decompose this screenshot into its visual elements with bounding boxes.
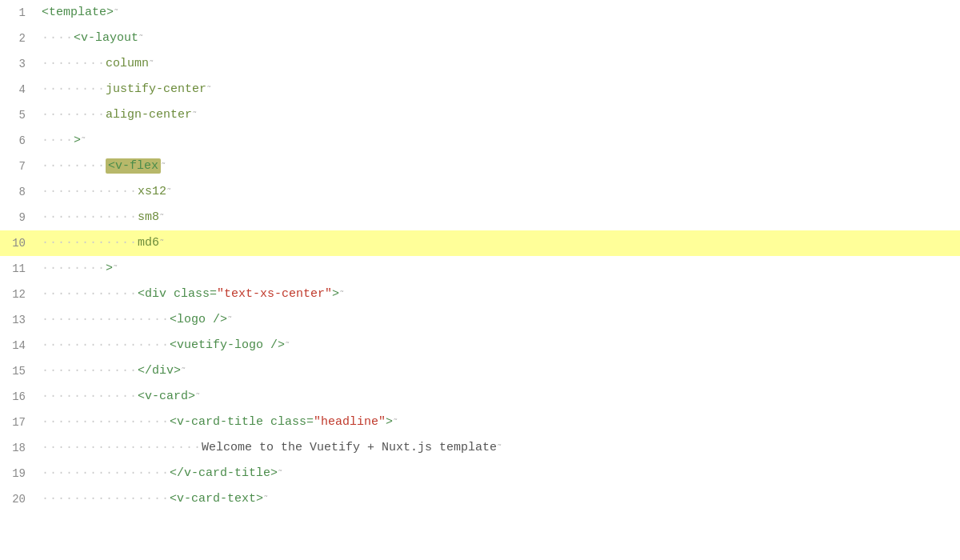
line-trail: ˜ bbox=[192, 110, 198, 120]
indent-dots: ················ bbox=[42, 338, 170, 352]
code-line-6: 6····>˜ bbox=[0, 128, 960, 154]
indent-dots: ············ bbox=[42, 185, 138, 198]
line-number: 8 bbox=[0, 179, 38, 205]
line-trail: ˜ bbox=[161, 162, 166, 171]
line-trail: ˜ bbox=[181, 366, 186, 376]
token-attr: column bbox=[106, 57, 149, 70]
line-trail: ˜ bbox=[113, 264, 118, 274]
line-trail: ˜ bbox=[263, 494, 269, 504]
indent-dots: ········ bbox=[42, 262, 106, 275]
line-number: 2 bbox=[0, 26, 38, 51]
line-content: ········<v-flex˜ bbox=[38, 154, 960, 179]
line-trail: ˜ bbox=[227, 315, 233, 325]
indent-dots: ···· bbox=[42, 31, 74, 45]
line-trail: ˜ bbox=[497, 443, 502, 453]
code-line-9: 9············sm8˜ bbox=[0, 205, 960, 230]
code-line-12: 12············<div class="text-xs-center… bbox=[0, 282, 960, 307]
token-tag: <vuetify-logo /> bbox=[170, 338, 285, 352]
token-attr: align-center bbox=[106, 108, 192, 122]
line-trail: ˜ bbox=[278, 469, 283, 478]
token-text: Welcome to the Vuetify + Nuxt.js templat… bbox=[202, 441, 497, 454]
line-content: ············md6˜ bbox=[38, 230, 960, 256]
line-number: 5 bbox=[0, 102, 38, 128]
indent-dots: ············ bbox=[42, 390, 138, 403]
line-number: 3 bbox=[0, 51, 38, 77]
line-trail: ˜ bbox=[393, 418, 398, 427]
line-trail: ˜ bbox=[166, 187, 172, 197]
indent-dots: ············ bbox=[42, 364, 138, 378]
line-number: 15 bbox=[0, 358, 38, 384]
line-content: ················<v-card-text>˜ bbox=[38, 486, 960, 512]
line-trail: ˜ bbox=[81, 136, 86, 146]
line-number: 16 bbox=[0, 384, 38, 410]
token-tag: > bbox=[74, 134, 81, 147]
code-line-8: 8············xs12˜ bbox=[0, 179, 960, 205]
line-number: 19 bbox=[0, 461, 38, 486]
line-number: 6 bbox=[0, 128, 38, 154]
line-number: 13 bbox=[0, 307, 38, 333]
indent-dots: ········ bbox=[42, 159, 106, 173]
token-attr: xs12 bbox=[138, 185, 166, 198]
indent-dots: ···················· bbox=[42, 441, 202, 454]
code-line-14: 14················<vuetify-logo />˜ bbox=[0, 333, 960, 358]
indent-dots: ········ bbox=[42, 82, 106, 96]
code-line-10: 10············md6˜ bbox=[0, 230, 960, 256]
line-content: ····················Welcome to the Vueti… bbox=[38, 435, 960, 461]
code-line-1: 1<template>˜ bbox=[0, 0, 960, 26]
code-line-5: 5········align-center˜ bbox=[0, 102, 960, 128]
highlight-span: <v-flex bbox=[106, 158, 161, 174]
line-content: <template>˜ bbox=[38, 0, 960, 26]
line-number: 11 bbox=[0, 256, 38, 282]
line-content: ················<logo />˜ bbox=[38, 307, 960, 333]
token-tag: </v-card-title> bbox=[170, 466, 278, 480]
token-tag: <v-card-text> bbox=[170, 492, 263, 506]
line-content: ····<v-layout˜ bbox=[38, 26, 960, 51]
token-tag: <v-card> bbox=[138, 390, 195, 403]
code-lines: 1<template>˜2····<v-layout˜3········colu… bbox=[0, 0, 960, 512]
code-line-13: 13················<logo />˜ bbox=[0, 307, 960, 333]
line-number: 12 bbox=[0, 282, 38, 307]
code-line-11: 11········>˜ bbox=[0, 256, 960, 282]
line-trail: ˜ bbox=[159, 213, 165, 222]
line-trail: ˜ bbox=[159, 238, 165, 248]
line-number: 14 bbox=[0, 333, 38, 358]
line-trail: ˜ bbox=[195, 392, 201, 402]
line-trail: ˜ bbox=[138, 34, 144, 43]
token-tag: <v-layout bbox=[74, 31, 138, 45]
line-number: 18 bbox=[0, 435, 38, 461]
code-line-4: 4········justify-center˜ bbox=[0, 77, 960, 102]
token-attr: sm8 bbox=[138, 210, 159, 224]
line-number: 9 bbox=[0, 205, 38, 230]
token-attr: md6 bbox=[138, 236, 159, 250]
token-tag: > bbox=[386, 415, 393, 429]
token-tag: <div bbox=[138, 287, 174, 301]
indent-dots: ············ bbox=[42, 210, 138, 224]
line-content: ················<vuetify-logo />˜ bbox=[38, 333, 960, 358]
token-tag: <logo /> bbox=[170, 313, 227, 326]
line-content: ············sm8˜ bbox=[38, 205, 960, 230]
code-line-2: 2····<v-layout˜ bbox=[0, 26, 960, 51]
code-line-16: 16············<v-card>˜ bbox=[0, 384, 960, 410]
code-line-19: 19················</v-card-title>˜ bbox=[0, 461, 960, 486]
line-content: ········>˜ bbox=[38, 256, 960, 282]
line-trail: ˜ bbox=[114, 8, 119, 18]
token-string: "text-xs-center" bbox=[217, 287, 332, 301]
line-content: ················<v-card-title class="hea… bbox=[38, 410, 960, 435]
line-trail: ˜ bbox=[149, 59, 154, 69]
indent-dots: ················ bbox=[42, 415, 170, 429]
line-content: ····>˜ bbox=[38, 128, 960, 154]
code-line-7: 7········<v-flex˜ bbox=[0, 154, 960, 179]
line-content: ············<div class="text-xs-center">… bbox=[38, 282, 960, 307]
line-content: ················</v-card-title>˜ bbox=[38, 461, 960, 486]
line-content: ········align-center˜ bbox=[38, 102, 960, 128]
code-line-3: 3········column˜ bbox=[0, 51, 960, 77]
line-content: ········justify-center˜ bbox=[38, 77, 960, 102]
token-tag: <v-card-title bbox=[170, 415, 270, 429]
line-number: 17 bbox=[0, 410, 38, 435]
code-line-15: 15············</div>˜ bbox=[0, 358, 960, 384]
token-attr-name: class= bbox=[174, 287, 217, 301]
token-attr-name: class= bbox=[270, 415, 314, 429]
indent-dots: ········ bbox=[42, 57, 106, 70]
token-string: "headline" bbox=[314, 415, 386, 429]
code-editor: 1<template>˜2····<v-layout˜3········colu… bbox=[0, 0, 960, 560]
